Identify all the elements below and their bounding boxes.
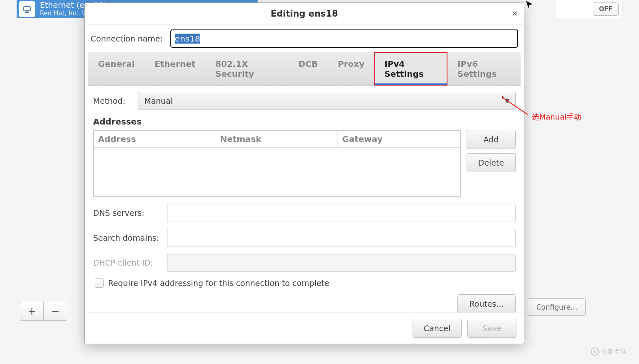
col-netmask: Netmask xyxy=(216,131,338,147)
chevron-down-icon: ▼ xyxy=(505,98,509,104)
cancel-button[interactable]: Cancel xyxy=(413,319,462,338)
connection-name-input[interactable] xyxy=(170,29,518,48)
search-domains-label: Search domains: xyxy=(93,233,160,242)
dhcp-client-id-label: DHCP client ID: xyxy=(93,258,160,267)
tab-dcb[interactable]: DCB xyxy=(288,52,328,86)
watermark-text: 创新互联 xyxy=(602,348,627,356)
addresses-side-buttons: Add Delete xyxy=(467,130,516,172)
watermark: K 创新互联 xyxy=(591,347,627,356)
dialog-titlebar: Editing ens18 ✕ xyxy=(85,3,524,24)
connection-name-label: Connection name: xyxy=(91,34,163,43)
dns-label: DNS servers: xyxy=(93,208,160,217)
tab-proxy[interactable]: Proxy xyxy=(328,52,374,86)
delete-address-button[interactable]: Delete xyxy=(467,153,516,172)
dns-input[interactable] xyxy=(167,204,516,222)
col-gateway: Gateway xyxy=(338,131,460,147)
tab-general[interactable]: General xyxy=(88,52,145,86)
require-ipv4-checkbox[interactable] xyxy=(95,278,104,288)
dns-row: DNS servers: xyxy=(93,204,516,222)
cursor-arrow-icon xyxy=(524,0,534,11)
method-select[interactable]: Manual ▼ xyxy=(138,92,516,110)
require-ipv4-row: Require IPv4 addressing for this connect… xyxy=(93,278,516,288)
dhcp-client-id-input xyxy=(167,254,516,272)
remove-network-button[interactable]: − xyxy=(44,302,67,320)
watermark-logo-icon: K xyxy=(591,347,599,356)
ipv4-settings-panel: Method: Manual ▼ Addresses Address Netma… xyxy=(85,86,524,313)
addresses-header: Address Netmask Gateway xyxy=(94,131,460,148)
connection-name-row: Connection name: xyxy=(85,24,524,52)
addresses-title: Addresses xyxy=(93,117,516,127)
require-ipv4-label: Require IPv4 addressing for this connect… xyxy=(108,278,329,288)
method-label: Method: xyxy=(93,96,130,105)
edit-connection-dialog: Editing ens18 ✕ Connection name: General… xyxy=(84,2,524,344)
routes-button[interactable]: Routes... xyxy=(457,294,516,313)
add-address-button[interactable]: Add xyxy=(467,130,516,149)
save-button[interactable]: Save xyxy=(467,319,516,338)
tab-ethernet[interactable]: Ethernet xyxy=(145,52,205,86)
col-address: Address xyxy=(94,131,216,147)
network-off-toggle[interactable]: OFF xyxy=(593,2,619,16)
configure-button[interactable]: Configure... xyxy=(528,298,586,316)
ethernet-nic-icon xyxy=(19,1,35,17)
tab-ipv4-settings[interactable]: IPv4 Settings xyxy=(374,52,447,86)
tab-ipv6-settings[interactable]: IPv6 Settings xyxy=(447,52,521,86)
dhcp-client-id-row: DHCP client ID: xyxy=(93,254,516,272)
tab-8021x-security[interactable]: 802.1X Security xyxy=(205,52,288,86)
method-row: Method: Manual ▼ xyxy=(93,92,516,110)
search-domains-row: Search domains: xyxy=(93,229,516,247)
network-list-add-remove: + − xyxy=(20,302,67,321)
close-icon[interactable]: ✕ xyxy=(506,5,524,23)
svg-rect-0 xyxy=(24,7,30,11)
search-domains-input[interactable] xyxy=(167,229,516,247)
method-value: Manual xyxy=(144,96,173,105)
addresses-table[interactable]: Address Netmask Gateway xyxy=(93,130,461,197)
settings-tabs: General Ethernet 802.1X Security DCB Pro… xyxy=(88,52,521,86)
add-network-button[interactable]: + xyxy=(20,302,44,320)
routes-row: Routes... xyxy=(93,294,516,313)
dialog-footer: Cancel Save xyxy=(85,313,524,344)
dialog-title: Editing ens18 xyxy=(103,9,506,19)
annotation-text: 选Manual手动 xyxy=(532,112,581,122)
network-toggle-panel: OFF xyxy=(556,0,622,18)
